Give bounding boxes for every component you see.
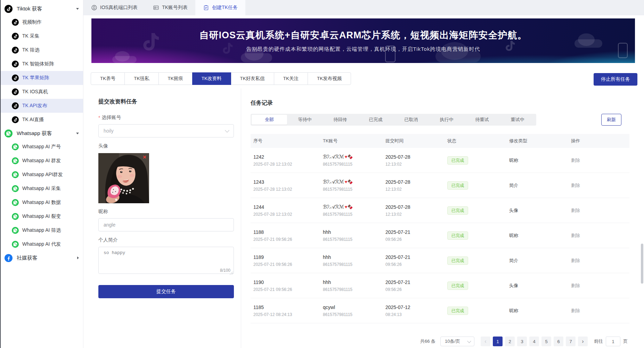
tab-tk-edit-profile[interactable]: TK改资料: [192, 72, 231, 85]
bio-textarea[interactable]: so happy: [98, 247, 234, 274]
bio-field-wrap: so happy 8/100: [98, 247, 234, 275]
account-name: hhh: [323, 229, 383, 235]
status-badge: 已完成: [447, 307, 468, 315]
sidebar-item-tk-agent-matrix[interactable]: TK 智能体矩阵: [0, 57, 83, 71]
task-id-time: 2025-07-21 09:56:26: [253, 287, 320, 292]
filter-pending-return[interactable]: 待回传: [323, 115, 358, 125]
remove-avatar-icon[interactable]: ×: [143, 154, 146, 160]
tab-label: TK账号列表: [162, 5, 188, 11]
next-page-button[interactable]: ›: [578, 337, 588, 346]
sidebar-item-wa-api-broadcast[interactable]: Whatsapp API群发: [0, 168, 83, 182]
account-phone: 8615757981115: [323, 187, 383, 192]
submit-date: 2025-07-21: [385, 279, 445, 285]
filter-all[interactable]: 全部: [252, 115, 287, 125]
sidebar-item-label: Whatsapp AI 产号: [22, 144, 61, 150]
delete-link[interactable]: 删除: [568, 298, 629, 323]
sidebar-item-label: Whatsapp AI 代发: [22, 241, 61, 247]
sidebar-item-tk-ios-device[interactable]: TK IOS真机: [0, 85, 83, 99]
page-button-2[interactable]: 2: [505, 337, 515, 346]
filter-pending-retry[interactable]: 待重试: [464, 115, 500, 125]
sidebar-item-label: Whatsapp AI 数据: [22, 199, 61, 206]
sidebar: Tiktok 获客 视频制作 TK 采集 TK 筛选 TK 智能体矩阵 TK 苹…: [0, 0, 83, 348]
task-id: 1242: [253, 154, 320, 160]
status-badge: 已完成: [447, 181, 468, 190]
sidebar-item-tk-ai-live[interactable]: TK AI直播: [0, 113, 83, 127]
banner-title: 自研IOS云真机系统+自研安卓云ARM芯片系统，短视频出海矩阵安全护航。: [199, 29, 527, 41]
table-row: 12422025-07-28 12:13:02 ℬℐ:𝒜ℛℳ♥🍫86157579…: [251, 148, 629, 173]
delete-link[interactable]: 删除: [568, 198, 629, 223]
sidebar-item-tk-collect[interactable]: TK 采集: [0, 29, 83, 43]
tab-tk-follow[interactable]: TK关注: [274, 72, 308, 85]
sidebar-group-whatsapp[interactable]: Whatsapp 获客: [0, 127, 83, 140]
sidebar-item-wa-ai-proxy-send[interactable]: Whatsapp AI 代发: [0, 237, 83, 251]
goto-page-input[interactable]: [606, 337, 620, 346]
task-id-time: 2025-07-28 12:13:02: [253, 212, 320, 217]
sidebar-item-tk-api-publish[interactable]: TK API发布: [0, 99, 83, 113]
tab-create-tk-task[interactable]: 创建TK任务: [195, 0, 245, 15]
whatsapp-icon: [12, 171, 19, 178]
page-button-7[interactable]: 7: [566, 337, 576, 346]
col-header-submit-time: 提交时间: [383, 138, 445, 144]
refresh-button[interactable]: 刷新: [601, 114, 621, 126]
resize-grip[interactable]: [230, 271, 233, 275]
device-port-icon: [91, 5, 97, 11]
sidebar-group-tiktok[interactable]: Tiktok 获客: [0, 2, 83, 15]
tab-label: 创建TK任务: [212, 5, 238, 11]
tab-tk-force-dm[interactable]: TK强私: [124, 72, 158, 85]
account-phone: 8615757981115: [323, 212, 383, 217]
delete-link[interactable]: 删除: [568, 223, 629, 248]
page-button-4[interactable]: 4: [529, 337, 539, 346]
delete-link[interactable]: 删除: [568, 148, 629, 173]
sidebar-item-tk-apple-matrix[interactable]: TK 苹果矩阵: [0, 71, 83, 85]
delete-link[interactable]: 删除: [568, 248, 629, 273]
filter-running[interactable]: 执行中: [429, 115, 464, 125]
filter-waiting[interactable]: 等待中: [287, 115, 323, 125]
sidebar-item-video-production[interactable]: 视频制作: [0, 15, 83, 29]
sidebar-item-label: TK 苹果矩阵: [22, 75, 49, 81]
tiktok-icon: [12, 88, 19, 95]
submit-date: 2025-07-21: [385, 254, 445, 260]
tab-tk-friend-dm[interactable]: TK好友私信: [231, 72, 274, 85]
submit-date: 2025-07-28: [385, 204, 445, 210]
sidebar-item-label: 视频制作: [22, 19, 42, 25]
sidebar-item-wa-ai-data[interactable]: Whatsapp AI 数据: [0, 196, 83, 209]
delete-link[interactable]: 删除: [568, 323, 629, 330]
page-button-5[interactable]: 5: [541, 337, 551, 346]
sidebar-item-wa-ai-account[interactable]: Whatsapp AI 产号: [0, 140, 83, 154]
prev-page-button[interactable]: ‹: [481, 337, 490, 346]
scrollbar-thumb[interactable]: [641, 244, 643, 284]
whatsapp-icon: [12, 185, 19, 192]
submit-task-button[interactable]: 提交任务: [98, 285, 234, 298]
sidebar-item-wa-ai-filter[interactable]: Whatsapp AI 筛选: [0, 223, 83, 237]
sidebar-item-wa-ai-collect[interactable]: Whatsapp AI 采集: [0, 182, 83, 196]
sidebar-item-tk-filter[interactable]: TK 筛选: [0, 43, 83, 57]
tab-tk-account-list[interactable]: TK账号列表: [145, 0, 195, 15]
tab-ios-device-port-list[interactable]: IOS真机端口列表: [83, 0, 145, 15]
page-size-select[interactable]: 10条/页: [440, 337, 474, 346]
page-button-1[interactable]: 1: [493, 337, 503, 346]
tab-tk-trace[interactable]: TK留痕: [158, 72, 193, 85]
delete-link[interactable]: 删除: [568, 173, 629, 198]
nickname-label: 昵称: [98, 208, 234, 215]
tab-tk-nurture[interactable]: TK养号: [91, 72, 125, 85]
filter-cancelled[interactable]: 已取消: [393, 115, 429, 125]
tiktok-icon: [12, 61, 19, 68]
page-button-3[interactable]: 3: [517, 337, 527, 346]
sidebar-group-label: 社媒获客: [17, 255, 38, 261]
account-select[interactable]: hoily: [98, 124, 234, 137]
account-name: ℬℐ:𝒜ℛℳ♥🍫: [323, 204, 383, 210]
filter-retrying[interactable]: 重试中: [500, 115, 535, 125]
page-button-6[interactable]: 6: [554, 337, 563, 346]
nickname-input[interactable]: [98, 218, 234, 231]
task-id: 1243: [253, 179, 320, 185]
edit-profile-form: 提交改资料任务 * 选择账号 hoily 头像: [98, 98, 234, 298]
stop-all-tasks-button[interactable]: 停止所有任务: [594, 73, 637, 86]
sidebar-group-social-media[interactable]: 社媒获客: [0, 251, 83, 264]
sidebar-item-wa-ai-broadcast[interactable]: Whatsapp AI 群发: [0, 154, 83, 168]
goto-page: 前往 页: [594, 337, 628, 346]
delete-link[interactable]: 删除: [568, 273, 629, 298]
tab-tk-publish-video[interactable]: TK发布视频: [308, 72, 351, 85]
filter-completed[interactable]: 已完成: [358, 115, 393, 125]
sidebar-item-wa-ai-fission[interactable]: Whatsapp AI 裂变: [0, 209, 83, 223]
total-count: 共66 条: [420, 338, 435, 345]
